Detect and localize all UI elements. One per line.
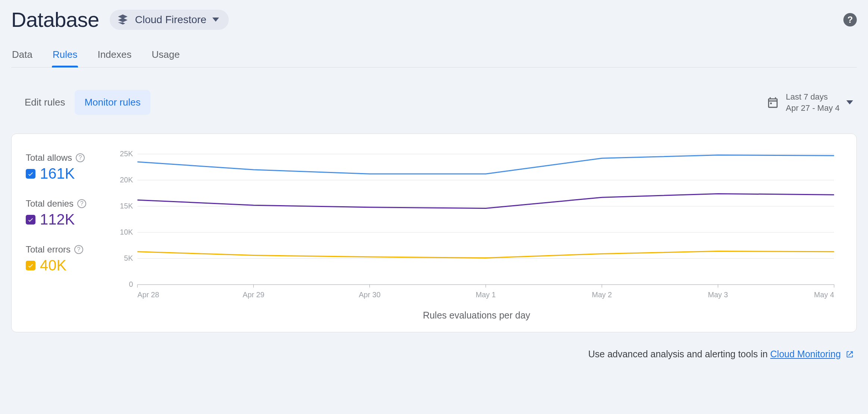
- svg-text:0: 0: [129, 280, 133, 288]
- legend-errors-value: 40K: [40, 257, 66, 274]
- legend-allows-title: Total allows: [26, 153, 72, 163]
- subtab-monitor-rules[interactable]: Monitor rules: [75, 90, 150, 115]
- tab-data[interactable]: Data: [11, 49, 33, 67]
- legend-item-errors: Total errors ? 40K: [26, 244, 108, 274]
- legend-allows-checkbox[interactable]: [26, 169, 35, 179]
- legend-errors-checkbox[interactable]: [26, 261, 35, 270]
- svg-text:May 2: May 2: [592, 291, 612, 299]
- chevron-down-icon: [846, 100, 853, 104]
- help-icon[interactable]: ?: [74, 245, 83, 254]
- cloud-monitoring-link[interactable]: Cloud Monitoring: [770, 349, 841, 359]
- svg-text:5K: 5K: [124, 254, 133, 262]
- date-range-value: Apr 27 - May 4: [786, 103, 840, 114]
- database-selector-label: Cloud Firestore: [135, 14, 206, 26]
- svg-text:Apr 29: Apr 29: [243, 291, 264, 299]
- tab-indexes[interactable]: Indexes: [97, 49, 132, 67]
- chevron-down-icon: [212, 18, 219, 22]
- top-tabs: Data Rules Indexes Usage: [11, 49, 857, 68]
- footer-text: Use advanced analysis and alerting tools…: [11, 349, 857, 361]
- legend-denies-value: 112K: [40, 211, 75, 228]
- tab-rules[interactable]: Rules: [52, 49, 78, 67]
- legend-item-denies: Total denies ? 112K: [26, 198, 108, 228]
- external-link-icon: [846, 350, 854, 361]
- svg-text:May 1: May 1: [476, 291, 496, 299]
- help-icon[interactable]: ?: [76, 153, 85, 162]
- calendar-icon: [766, 96, 779, 109]
- svg-text:Apr 28: Apr 28: [137, 291, 159, 299]
- chart-caption: Rules evaluations per day: [115, 310, 838, 321]
- svg-text:Apr 30: Apr 30: [359, 291, 380, 299]
- help-icon[interactable]: ?: [77, 199, 86, 208]
- svg-text:May 3: May 3: [708, 291, 728, 299]
- date-range-label: Last 7 days: [786, 91, 840, 103]
- database-selector[interactable]: Cloud Firestore: [110, 10, 229, 30]
- legend-allows-value: 161K: [40, 165, 75, 182]
- svg-text:10K: 10K: [120, 228, 133, 236]
- firestore-icon: [116, 13, 129, 26]
- chart-card: Total allows ? 161K Total denies ?: [11, 134, 857, 332]
- legend-denies-title: Total denies: [26, 198, 74, 209]
- svg-text:20K: 20K: [120, 176, 133, 184]
- legend-denies-checkbox[interactable]: [26, 215, 35, 225]
- svg-text:May 4: May 4: [814, 291, 834, 299]
- help-icon[interactable]: ?: [843, 13, 857, 26]
- svg-text:25K: 25K: [120, 150, 133, 158]
- date-range-picker[interactable]: Last 7 days Apr 27 - May 4: [766, 91, 853, 113]
- legend-item-allows: Total allows ? 161K: [26, 153, 108, 182]
- rules-chart: 05K10K15K20K25KApr 28Apr 29Apr 30May 1Ma…: [115, 150, 838, 303]
- svg-text:15K: 15K: [120, 202, 133, 210]
- page-title: Database: [11, 7, 99, 32]
- legend-errors-title: Total errors: [26, 244, 71, 255]
- tab-usage[interactable]: Usage: [151, 49, 180, 67]
- footer-prefix: Use advanced analysis and alerting tools…: [588, 349, 770, 359]
- subtab-edit-rules[interactable]: Edit rules: [15, 90, 75, 115]
